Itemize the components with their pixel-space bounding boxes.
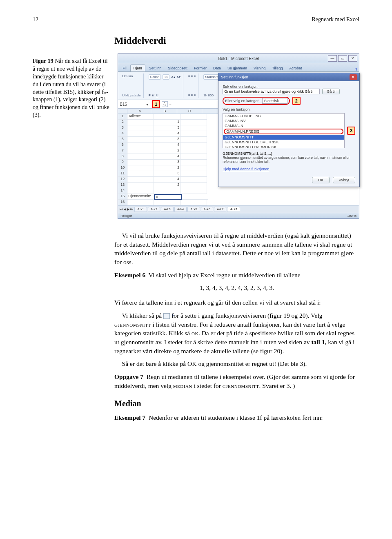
cell[interactable] bbox=[127, 143, 154, 148]
tab-data[interactable]: Data bbox=[210, 65, 224, 71]
sheet-nav-next-icon[interactable]: ▶ bbox=[127, 207, 129, 211]
cell[interactable]: 3 bbox=[154, 160, 180, 165]
cell[interactable] bbox=[154, 200, 180, 205]
cell[interactable] bbox=[127, 160, 154, 165]
zoom-level[interactable]: 100 % bbox=[347, 214, 356, 218]
go-button[interactable]: Gå til bbox=[322, 89, 340, 94]
cell[interactable]: Gjennomsnitt: bbox=[127, 194, 154, 200]
list-item[interactable]: GAMMALN.PRESIS bbox=[224, 129, 343, 134]
sheet-nav-first-icon[interactable]: ⏮ bbox=[120, 207, 123, 211]
sheet-tab[interactable]: Ark7 bbox=[214, 207, 226, 212]
dialog-close-icon[interactable]: ✕ bbox=[350, 74, 357, 80]
fx-button[interactable]: fx bbox=[162, 101, 167, 107]
help-icon[interactable]: ? bbox=[355, 67, 357, 71]
cell[interactable] bbox=[127, 131, 154, 137]
row-header[interactable]: 3 bbox=[118, 125, 127, 131]
cell[interactable] bbox=[180, 183, 207, 188]
cell[interactable] bbox=[127, 171, 154, 177]
name-box[interactable]: B15▾ bbox=[118, 102, 150, 107]
row-header[interactable]: 13 bbox=[118, 183, 127, 188]
list-item[interactable]: GAMMA.INV bbox=[223, 118, 344, 123]
cell[interactable]: 3 bbox=[154, 171, 180, 177]
cell[interactable]: 4 bbox=[154, 131, 180, 137]
col-A[interactable]: A bbox=[127, 109, 152, 114]
cell[interactable] bbox=[127, 188, 154, 194]
align-icons-2[interactable]: ≡ ≡ ≡ bbox=[188, 94, 196, 97]
function-listbox[interactable]: GAMMA.FORDELING GAMMA.INV GAMMALN GAMMAL… bbox=[223, 113, 345, 148]
cell[interactable] bbox=[127, 200, 154, 205]
cell[interactable]: 3 bbox=[154, 125, 180, 131]
maximize-icon[interactable]: ▭ bbox=[338, 55, 347, 62]
sheet-tab[interactable]: Ark4 bbox=[174, 207, 187, 212]
row-header[interactable]: 7 bbox=[118, 148, 127, 154]
cell[interactable] bbox=[154, 114, 180, 120]
col-B[interactable]: B bbox=[152, 109, 177, 114]
cell[interactable]: = bbox=[154, 194, 182, 200]
category-dropdown[interactable]: Statistisk bbox=[262, 98, 287, 104]
cancel-button[interactable]: Avbryt bbox=[333, 177, 355, 183]
close-icon[interactable]: ✕ bbox=[348, 55, 357, 62]
row-header[interactable]: 12 bbox=[118, 177, 127, 183]
row-header[interactable]: 6 bbox=[118, 143, 127, 148]
formula-bar[interactable]: = bbox=[169, 102, 172, 106]
cell[interactable]: 4 bbox=[154, 154, 180, 160]
sheet-tab[interactable]: Ark2 bbox=[148, 207, 160, 212]
sheet-tab[interactable]: Ark1 bbox=[134, 207, 147, 212]
cell[interactable]: 1 bbox=[154, 120, 180, 125]
cell[interactable] bbox=[180, 154, 207, 160]
row-header[interactable]: 9 bbox=[118, 160, 127, 165]
cell[interactable]: 2 bbox=[154, 183, 180, 188]
row-header[interactable]: 16 bbox=[118, 200, 127, 205]
tab-acrobat[interactable]: Acrobat bbox=[287, 65, 305, 71]
row-header[interactable]: 1 bbox=[118, 114, 127, 120]
tab-segjennom[interactable]: Se gjennom bbox=[225, 65, 250, 71]
thousands-icon[interactable]: 000 bbox=[208, 94, 214, 97]
row-header[interactable]: 15 bbox=[118, 194, 127, 200]
tab-formler[interactable]: Formler bbox=[191, 65, 209, 71]
help-link[interactable]: Hjelp med denne funksjonen bbox=[223, 167, 269, 171]
tab-settinn[interactable]: Sett inn bbox=[146, 65, 165, 71]
cell[interactable] bbox=[180, 200, 207, 205]
list-item[interactable]: GAMMA.FORDELING bbox=[223, 114, 344, 118]
sheet-nav-last-icon[interactable]: ⏭ bbox=[130, 207, 134, 211]
increase-font-icon[interactable]: A▴ bbox=[171, 75, 175, 79]
cell[interactable] bbox=[180, 143, 207, 148]
cell[interactable] bbox=[154, 188, 180, 194]
cell[interactable]: 3 bbox=[154, 137, 180, 143]
cell[interactable] bbox=[180, 188, 207, 194]
underline-button[interactable]: U bbox=[156, 94, 158, 97]
tab-hjem[interactable]: Hjem bbox=[130, 65, 145, 71]
decrease-font-icon[interactable]: A▾ bbox=[177, 75, 180, 79]
list-item[interactable]: GJENNOMSNITT.GEOMETRISK bbox=[223, 140, 344, 145]
cell[interactable] bbox=[180, 177, 207, 183]
cell[interactable]: 4 bbox=[154, 177, 180, 183]
row-header[interactable]: 4 bbox=[118, 131, 127, 137]
cell[interactable] bbox=[180, 114, 207, 120]
cell[interactable] bbox=[127, 148, 154, 154]
cell[interactable] bbox=[180, 165, 207, 171]
cell[interactable] bbox=[182, 194, 208, 200]
cell[interactable] bbox=[180, 160, 207, 165]
font-name-select[interactable]: Calibri bbox=[149, 74, 161, 80]
cell[interactable]: 2 bbox=[154, 165, 180, 171]
cell[interactable]: 4 bbox=[154, 143, 180, 148]
row-header[interactable]: 11 bbox=[118, 171, 127, 177]
italic-button[interactable]: K bbox=[152, 94, 154, 97]
list-item-selected[interactable]: GJENNOMSNITT bbox=[223, 135, 344, 140]
category-selector[interactable]: Eller velg en kategori: Statistisk bbox=[223, 97, 290, 105]
sheet-tab[interactable]: Ark5 bbox=[187, 207, 200, 212]
cell[interactable] bbox=[180, 148, 207, 154]
cell[interactable] bbox=[127, 154, 154, 160]
tab-tillegg[interactable]: Tillegg bbox=[269, 65, 285, 71]
row-header[interactable]: 2 bbox=[118, 120, 127, 125]
cell[interactable] bbox=[127, 120, 154, 125]
sheet-tab-active[interactable]: Ark8 bbox=[227, 207, 240, 212]
cell[interactable] bbox=[127, 177, 154, 183]
sheet-tab[interactable]: Ark3 bbox=[161, 207, 173, 212]
cell[interactable] bbox=[180, 137, 207, 143]
cell[interactable] bbox=[127, 125, 154, 131]
number-format[interactable]: Standard bbox=[203, 74, 220, 80]
align-icons[interactable]: ≡ ≡ ≡ bbox=[188, 74, 196, 78]
cell[interactable] bbox=[180, 171, 207, 177]
paste-button[interactable]: Lim inn bbox=[122, 74, 133, 78]
